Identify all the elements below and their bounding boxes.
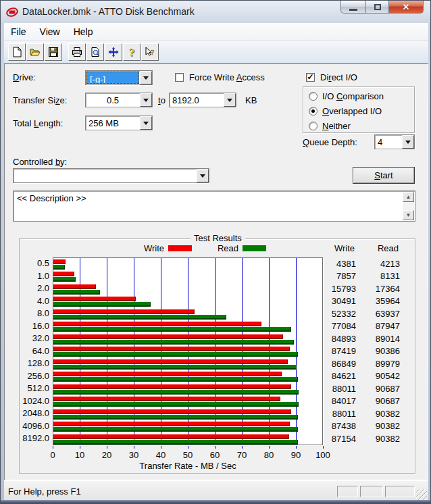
drive-label: Drive: <box>13 72 36 82</box>
help-icon: ? <box>129 47 135 58</box>
legend-read-label: Read <box>205 243 238 253</box>
menu-file[interactable]: File <box>4 24 33 40</box>
print-icon <box>72 47 82 57</box>
window-frame-bottom <box>1 500 430 503</box>
chevron-down-icon <box>200 174 205 178</box>
new-document-button[interactable] <box>8 43 26 61</box>
force-write-access-checkbox[interactable] <box>175 73 184 82</box>
chevron-down-icon <box>227 99 232 102</box>
status-bar: For Help, press F1 <box>4 480 428 501</box>
direct-io-label: Direct I/O <box>320 72 357 82</box>
print-button[interactable] <box>68 43 86 61</box>
save-icon <box>48 47 59 57</box>
plot-area <box>53 257 323 445</box>
io-comparison-radio[interactable] <box>309 92 318 101</box>
legend-write-swatch <box>168 245 192 251</box>
transfer-size-label: Transfer Size: <box>13 95 67 105</box>
minimize-button[interactable] <box>340 1 366 14</box>
status-message: For Help, press F1 <box>8 486 81 497</box>
title-bar[interactable]: DataLocker.bmk - ATTO Disk Benchmark ✕ <box>1 1 430 23</box>
radio-dot <box>311 109 315 113</box>
direct-io-checkbox[interactable]: ✓ <box>306 73 315 82</box>
drive-dropdown-button[interactable] <box>140 71 152 84</box>
controlled-by-label: Controlled by: <box>13 157 67 167</box>
chevron-down-icon <box>143 99 149 102</box>
queue-depth-dropdown-button[interactable] <box>402 135 414 149</box>
save-file-button[interactable] <box>45 43 62 61</box>
app-window: DataLocker.bmk - ATTO Disk Benchmark ✕ F… <box>0 0 431 504</box>
scroll-down-button[interactable]: ▼ <box>403 210 414 220</box>
maximize-button[interactable] <box>366 1 388 14</box>
scroll-up-button[interactable]: ▲ <box>403 192 414 202</box>
svg-text:?: ? <box>151 48 155 56</box>
context-help-button[interactable]: ? <box>141 43 159 61</box>
drive-selected-value: [-g-] <box>86 72 139 84</box>
queue-depth-value: 4 <box>375 135 402 149</box>
help-button[interactable]: ? <box>123 43 141 61</box>
checkmark-icon: ✓ <box>307 72 313 82</box>
drive-select[interactable]: [-g-] <box>85 70 153 85</box>
toolbar: ? ? <box>4 41 428 64</box>
transfer-to-dropdown-button[interactable] <box>224 93 236 107</box>
transfer-from-value: 0.5 <box>86 93 140 107</box>
description-box[interactable]: << Description >> ▲ ▼ <box>13 191 415 222</box>
window-title: DataLocker.bmk - ATTO Disk Benchmark <box>22 6 195 17</box>
transfer-size-to-select[interactable]: 8192.0 <box>169 93 236 107</box>
legend-read-swatch <box>243 245 266 251</box>
menu-help[interactable]: Help <box>67 24 100 40</box>
transfer-to-value: 8192.0 <box>170 93 224 107</box>
overlapped-io-radio[interactable] <box>309 107 318 116</box>
status-pane <box>385 486 415 497</box>
maximize-icon <box>374 4 381 10</box>
scroll-down-icon: ▼ <box>406 212 411 218</box>
print-preview-icon <box>90 47 101 57</box>
test-results-title: Test Results <box>191 233 245 243</box>
minimize-icon <box>349 9 357 11</box>
menu-view[interactable]: View <box>33 24 67 40</box>
controlled-by-value <box>14 169 197 182</box>
close-icon: ✕ <box>403 2 410 12</box>
context-help-icon: ? <box>145 47 155 57</box>
description-text: << Description >> <box>17 193 86 203</box>
new-document-icon <box>11 47 22 57</box>
legend-write-label: Write <box>122 243 164 253</box>
resize-grip[interactable] <box>416 489 427 500</box>
menu-bar: File View Help <box>4 23 428 41</box>
kb-label: KB <box>245 95 257 105</box>
queue-depth-select[interactable]: 4 <box>374 134 415 149</box>
total-length-dropdown-button[interactable] <box>140 116 152 130</box>
start-button[interactable]: Start <box>353 167 415 184</box>
chevron-down-icon <box>143 76 149 80</box>
total-length-label: Total Length: <box>13 118 63 128</box>
status-pane <box>337 486 358 497</box>
app-icon <box>6 6 18 18</box>
total-length-value: 256 MB <box>86 116 140 130</box>
status-pane <box>360 486 383 497</box>
neither-radio[interactable] <box>309 122 318 130</box>
chevron-down-icon <box>405 141 411 144</box>
open-folder-icon <box>30 47 41 57</box>
to-label: to <box>158 95 166 105</box>
close-button[interactable]: ✕ <box>388 1 424 14</box>
controlled-by-dropdown-button[interactable] <box>197 169 209 182</box>
move-arrows-icon <box>108 47 119 57</box>
print-preview-button[interactable] <box>86 43 104 61</box>
scroll-up-icon: ▲ <box>406 194 411 200</box>
overlapped-io-label: Overlapped I/O <box>322 106 382 116</box>
description-scrollbar[interactable]: ▲ ▼ <box>403 192 414 220</box>
queue-depth-label: Queue Depth: <box>303 137 357 147</box>
chevron-down-icon <box>143 122 149 125</box>
read-column-header: Read <box>342 243 401 253</box>
io-comparison-label: I/O Comparison <box>322 91 384 101</box>
pan-button[interactable] <box>105 43 122 61</box>
x-axis-title: Transfer Rate - MB / Sec <box>86 461 289 471</box>
transfer-size-from-select[interactable]: 0.5 <box>85 93 153 107</box>
transfer-from-dropdown-button[interactable] <box>140 93 152 107</box>
controlled-by-select[interactable] <box>13 168 209 183</box>
force-write-access-label: Force Write Access <box>189 72 265 82</box>
neither-label: Neither <box>322 121 351 131</box>
open-file-button[interactable] <box>26 43 44 61</box>
total-length-select[interactable]: 256 MB <box>85 116 153 130</box>
